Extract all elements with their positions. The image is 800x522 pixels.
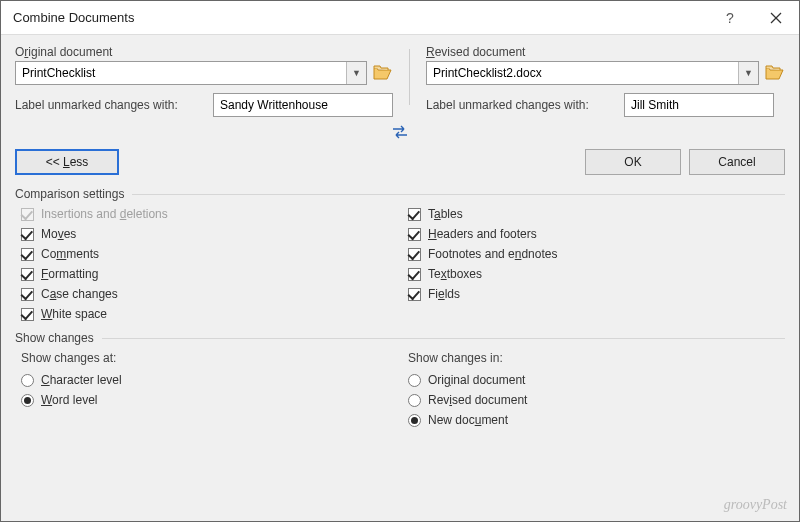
show-changes-at-heading: Show changes at:	[21, 351, 398, 365]
checkbox-icon	[21, 308, 34, 321]
revised-unmarked-input[interactable]	[624, 93, 774, 117]
combine-documents-dialog: Combine Documents ? Original document ▼	[0, 0, 800, 522]
checkbox-icon	[408, 248, 421, 261]
comparison-settings-title: Comparison settings	[15, 187, 785, 201]
window-title: Combine Documents	[13, 10, 707, 25]
less-button[interactable]: << Less	[15, 149, 119, 175]
checkbox-label: Tables	[428, 207, 463, 221]
checkbox-label: Textboxes	[428, 267, 482, 281]
checkbox-label: Headers and footers	[428, 227, 537, 241]
document-selection-row: Original document ▼ Label unm	[15, 45, 785, 117]
checkbox-label: Fields	[428, 287, 460, 301]
radio-label: Word level	[41, 393, 97, 407]
radio-icon	[21, 374, 34, 387]
radio-label: Revised document	[428, 393, 527, 407]
comparison-checkbox[interactable]: Fields	[408, 287, 785, 301]
comparison-checkbox[interactable]: Textboxes	[408, 267, 785, 281]
swap-documents-button[interactable]	[15, 125, 785, 139]
original-document-input[interactable]	[16, 62, 346, 84]
ok-button[interactable]: OK	[585, 149, 681, 175]
original-unmarked-label: Label unmarked changes with:	[15, 98, 205, 112]
watermark: groovyPost	[724, 497, 787, 513]
browse-original-button[interactable]	[373, 64, 393, 82]
show-at-radio[interactable]: Character level	[21, 373, 398, 387]
chevron-down-icon[interactable]: ▼	[346, 62, 366, 84]
comparison-checkbox[interactable]: Headers and footers	[408, 227, 785, 241]
radio-icon	[408, 414, 421, 427]
action-buttons-row: << Less OK Cancel	[15, 149, 785, 175]
swap-arrows-icon	[391, 125, 409, 139]
radio-label: Original document	[428, 373, 525, 387]
comparison-checkbox[interactable]: White space	[21, 307, 398, 321]
checkbox-icon	[21, 248, 34, 261]
cancel-button[interactable]: Cancel	[689, 149, 785, 175]
show-changes-in-heading: Show changes in:	[408, 351, 785, 365]
checkbox-label: Comments	[41, 247, 99, 261]
dialog-content: Original document ▼ Label unm	[1, 35, 799, 521]
comparison-checkbox[interactable]: Moves	[21, 227, 398, 241]
close-icon	[770, 12, 782, 24]
radio-icon	[408, 374, 421, 387]
show-in-radio[interactable]: Revised document	[408, 393, 785, 407]
checkbox-label: Footnotes and endnotes	[428, 247, 557, 261]
original-unmarked-input[interactable]	[213, 93, 393, 117]
revised-document-combo[interactable]: ▼	[426, 61, 759, 85]
comparison-checkbox[interactable]: Comments	[21, 247, 398, 261]
browse-revised-button[interactable]	[765, 64, 785, 82]
comparison-checkbox[interactable]: Footnotes and endnotes	[408, 247, 785, 261]
chevron-down-icon[interactable]: ▼	[738, 62, 758, 84]
checkbox-label: Formatting	[41, 267, 98, 281]
revised-document-input[interactable]	[427, 62, 738, 84]
checkbox-icon	[21, 208, 34, 221]
original-document-combo[interactable]: ▼	[15, 61, 367, 85]
checkbox-icon	[21, 228, 34, 241]
comparison-checkbox[interactable]: Tables	[408, 207, 785, 221]
original-document-label: Original document	[15, 45, 393, 59]
folder-open-icon	[765, 64, 785, 82]
show-changes-title: Show changes	[15, 331, 785, 345]
titlebar: Combine Documents ?	[1, 1, 799, 35]
radio-label: New document	[428, 413, 508, 427]
comparison-checkbox[interactable]: Formatting	[21, 267, 398, 281]
checkbox-icon	[408, 228, 421, 241]
comparison-checkbox[interactable]: Case changes	[21, 287, 398, 301]
comparison-checkbox: Insertions and deletions	[21, 207, 398, 221]
checkbox-icon	[408, 268, 421, 281]
show-at-radio[interactable]: Word level	[21, 393, 398, 407]
close-button[interactable]	[753, 1, 799, 35]
original-document-column: Original document ▼ Label unm	[15, 45, 393, 117]
checkbox-label: Moves	[41, 227, 76, 241]
comparison-settings-group: Insertions and deletionsMovesCommentsFor…	[15, 203, 785, 327]
checkbox-label: White space	[41, 307, 107, 321]
radio-icon	[408, 394, 421, 407]
show-changes-group: Show changes at: Character levelWord lev…	[15, 347, 785, 433]
radio-label: Character level	[41, 373, 122, 387]
show-in-radio[interactable]: Original document	[408, 373, 785, 387]
checkbox-icon	[408, 208, 421, 221]
vertical-separator	[409, 49, 410, 105]
checkbox-icon	[21, 268, 34, 281]
show-in-radio[interactable]: New document	[408, 413, 785, 427]
help-button[interactable]: ?	[707, 1, 753, 35]
revised-document-label: Revised document	[426, 45, 785, 59]
radio-icon	[21, 394, 34, 407]
checkbox-label: Insertions and deletions	[41, 207, 168, 221]
revised-unmarked-label: Label unmarked changes with:	[426, 98, 616, 112]
folder-open-icon	[373, 64, 393, 82]
revised-document-column: Revised document ▼ Label unma	[426, 45, 785, 117]
checkbox-icon	[408, 288, 421, 301]
checkbox-label: Case changes	[41, 287, 118, 301]
checkbox-icon	[21, 288, 34, 301]
